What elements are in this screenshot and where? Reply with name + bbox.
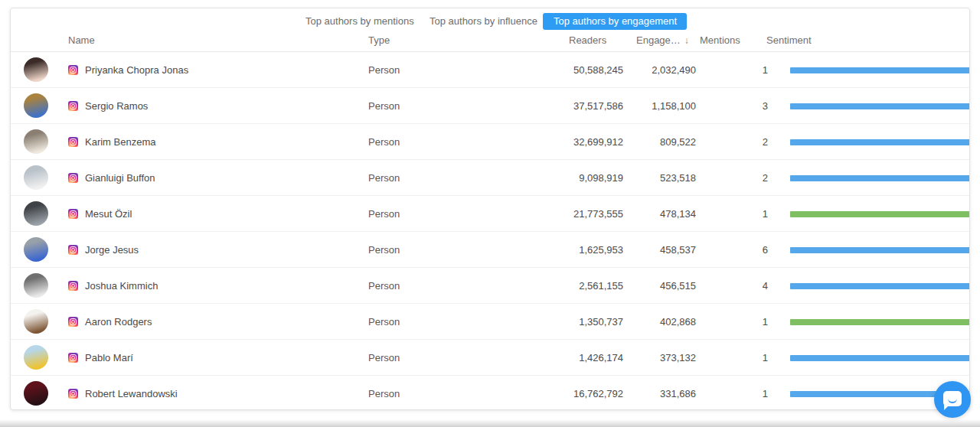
author-row[interactable]: Sergio Ramos Person 37,517,586 1,158,100…: [11, 88, 969, 124]
engagement-value: 809,522: [604, 136, 696, 148]
tab-top-authors-by-engagement[interactable]: Top authors by engagement: [543, 13, 687, 30]
engagement-value: 331,686: [604, 388, 696, 399]
column-header-mentions[interactable]: Mentions: [700, 34, 740, 46]
author-row[interactable]: Joshua Kimmich Person 2,561,155 456,515 …: [11, 268, 969, 304]
instagram-icon: [68, 209, 78, 219]
sentiment-bar: [790, 355, 970, 361]
author-type: Person: [368, 172, 400, 184]
author-name[interactable]: Jorge Jesus: [85, 244, 139, 256]
author-avatar[interactable]: [24, 129, 48, 154]
author-row[interactable]: Karim Benzema Person 32,699,912 809,522 …: [11, 124, 969, 160]
engagement-value: 1,158,100: [604, 100, 696, 112]
author-name[interactable]: Karim Benzema: [85, 136, 155, 148]
sentiment-bar: [790, 67, 970, 73]
column-header-readers[interactable]: Readers: [569, 34, 606, 46]
sentiment-bar: [790, 211, 970, 217]
mentions-value: 2: [714, 172, 768, 184]
chat-smile-icon: [948, 398, 957, 403]
author-avatar[interactable]: [24, 309, 48, 334]
author-row[interactable]: Mesut Özil Person 21,773,555 478,134 1: [11, 196, 969, 232]
author-type: Person: [368, 280, 400, 292]
author-row[interactable]: Aaron Rodgers Person 1,350,737 402,868 1: [11, 304, 969, 340]
author-type: Person: [368, 316, 400, 328]
author-name[interactable]: Robert Lewandowski: [85, 388, 178, 399]
sentiment-bar: [790, 247, 970, 253]
engagement-value: 402,868: [604, 316, 696, 328]
instagram-icon: [68, 353, 78, 363]
author-name[interactable]: Mesut Özil: [85, 208, 132, 220]
table-header: Name Type Readers Engage…↓ Mentions Sent…: [11, 34, 969, 52]
column-header-name[interactable]: Name: [68, 34, 95, 46]
engagement-value: 523,518: [604, 172, 696, 184]
mentions-value: 1: [714, 316, 768, 328]
author-type: Person: [368, 64, 400, 76]
author-name[interactable]: Gianluigi Buffon: [85, 172, 155, 184]
column-header-engagement-label: Engage…: [636, 34, 681, 46]
author-type: Person: [368, 100, 400, 112]
sentiment-bar: [790, 139, 970, 145]
mentions-value: 1: [714, 64, 768, 76]
sentiment-bar: [790, 103, 970, 109]
sentiment-bar: [790, 175, 970, 181]
instagram-icon: [68, 389, 78, 399]
instagram-icon: [68, 101, 78, 111]
author-avatar[interactable]: [24, 273, 48, 298]
author-name[interactable]: Priyanka Chopra Jonas: [85, 64, 188, 76]
widget-tabs: Top authors by mentions Top authors by i…: [11, 8, 969, 34]
mentions-value: 2: [714, 136, 768, 148]
engagement-value: 373,132: [604, 352, 696, 363]
author-avatar[interactable]: [24, 345, 48, 370]
mentions-value: 1: [714, 352, 768, 363]
instagram-icon: [68, 245, 78, 255]
chat-launcher-button[interactable]: [934, 381, 971, 418]
sort-desc-icon[interactable]: ↓: [684, 35, 689, 46]
column-header-type[interactable]: Type: [368, 34, 390, 46]
author-avatar[interactable]: [24, 381, 48, 406]
author-row[interactable]: Robert Lewandowski Person 16,762,792 331…: [11, 376, 969, 410]
author-name[interactable]: Sergio Ramos: [85, 100, 148, 112]
author-type: Person: [368, 388, 400, 399]
author-name[interactable]: Aaron Rodgers: [85, 316, 152, 328]
sentiment-bar: [790, 283, 970, 289]
chat-bubble-icon: [943, 391, 962, 406]
author-avatar[interactable]: [24, 237, 48, 262]
author-row[interactable]: Pablo Marí Person 1,426,174 373,132 1: [11, 340, 969, 376]
instagram-icon: [68, 281, 78, 291]
mentions-value: 1: [714, 208, 768, 220]
mentions-value: 6: [714, 244, 768, 256]
author-avatar[interactable]: [24, 165, 48, 190]
instagram-icon: [68, 317, 78, 327]
author-avatar[interactable]: [24, 93, 48, 118]
engagement-value: 478,134: [604, 208, 696, 220]
column-header-sentiment[interactable]: Sentiment: [766, 34, 812, 46]
page-bottom-edge: [0, 419, 980, 427]
author-type: Person: [368, 244, 400, 256]
author-avatar[interactable]: [24, 57, 48, 82]
tab-top-authors-by-mentions[interactable]: Top authors by mentions: [305, 13, 414, 30]
author-avatar[interactable]: [24, 201, 48, 226]
instagram-icon: [68, 65, 78, 75]
author-row[interactable]: Priyanka Chopra Jonas Person 50,588,245 …: [11, 52, 969, 88]
table-body: Priyanka Chopra Jonas Person 50,588,245 …: [11, 52, 969, 410]
author-type: Person: [368, 352, 400, 363]
engagement-value: 458,537: [604, 244, 696, 256]
sentiment-bar: [790, 319, 970, 325]
tab-top-authors-by-influence[interactable]: Top authors by influence: [430, 13, 537, 30]
top-authors-widget: Top authors by mentions Top authors by i…: [10, 8, 970, 410]
engagement-value: 456,515: [604, 280, 696, 292]
column-header-engagement[interactable]: Engage…↓: [636, 34, 689, 46]
author-type: Person: [368, 136, 400, 148]
instagram-icon: [68, 173, 78, 183]
mentions-value: 4: [714, 280, 768, 292]
mentions-value: 3: [714, 100, 768, 112]
author-row[interactable]: Gianluigi Buffon Person 9,098,919 523,51…: [11, 160, 969, 196]
author-name[interactable]: Joshua Kimmich: [85, 280, 158, 292]
engagement-value: 2,032,490: [604, 64, 696, 76]
author-name[interactable]: Pablo Marí: [85, 352, 133, 363]
mentions-value: 1: [714, 388, 768, 399]
instagram-icon: [68, 137, 78, 147]
author-row[interactable]: Jorge Jesus Person 1,625,953 458,537 6: [11, 232, 969, 268]
author-type: Person: [368, 208, 400, 220]
